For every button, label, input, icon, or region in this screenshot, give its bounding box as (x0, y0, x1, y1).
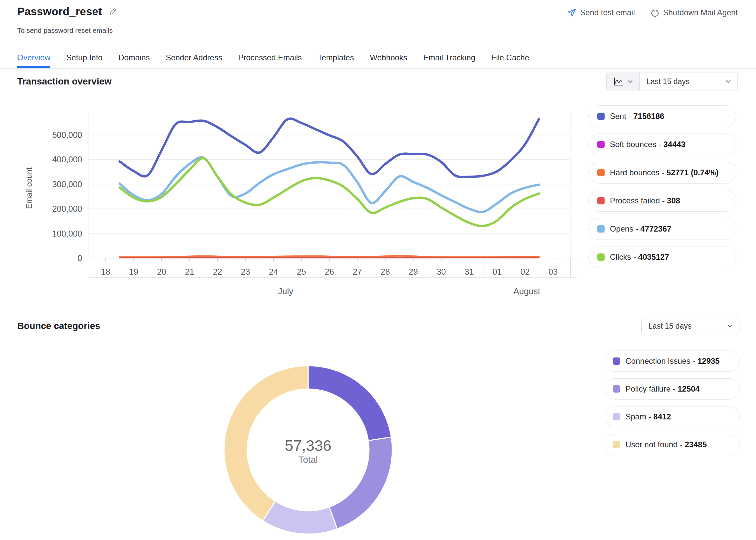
legend-item-policy-failure[interactable]: Policy failure - 12504 (605, 378, 740, 400)
tabs-divider (0, 68, 756, 69)
user-not-found-swatch (613, 441, 620, 448)
legend-item-soft-bounces[interactable]: Soft bounces - 34443 (588, 134, 736, 155)
process-failed-swatch (597, 197, 605, 204)
svg-text:400,000: 400,000 (52, 155, 82, 164)
tab-domains[interactable]: Domains (118, 53, 150, 68)
legend-item-sent[interactable]: Sent - 7156186 (588, 105, 736, 127)
svg-text:100,000: 100,000 (52, 229, 82, 238)
svg-text:01: 01 (493, 267, 502, 276)
transaction-chart-controls: Last 15 days (606, 72, 738, 90)
svg-text:200,000: 200,000 (52, 204, 82, 213)
svg-text:18: 18 (101, 267, 110, 276)
chevron-down-icon (727, 324, 732, 328)
tab-processed-emails[interactable]: Processed Emails (238, 53, 302, 68)
legend-label: Sent - 7156186 (610, 112, 664, 121)
legend-label: Opens - 4772367 (610, 224, 671, 233)
legend-label: Connection issues - 12935 (625, 356, 719, 366)
page-header: Password_reset (17, 5, 117, 18)
x-axis-labels: 1819202122232425262728293031010203 (101, 267, 558, 276)
legend-label: Soft bounces - 34443 (610, 140, 686, 149)
policy-failure-swatch (613, 385, 620, 393)
svg-text:31: 31 (464, 267, 474, 276)
spam-swatch (613, 413, 620, 420)
legend-item-hard-bounces[interactable]: Hard bounces - 52771 (0.74%) (588, 162, 736, 184)
svg-text:21: 21 (185, 267, 194, 276)
tab-email-tracking[interactable]: Email Tracking (423, 53, 475, 68)
legend-label: Policy failure - 12504 (625, 384, 700, 394)
chart-type-select[interactable] (607, 73, 640, 90)
chart-series (120, 119, 539, 258)
page-title: Password_reset (17, 5, 102, 18)
svg-text:23: 23 (241, 267, 250, 276)
bounce-total-value: 57,336 (258, 437, 358, 455)
shutdown-mail-agent-label: Shutdown Mail Agent (663, 8, 738, 17)
svg-text:500,000: 500,000 (52, 130, 82, 139)
svg-text:22: 22 (213, 267, 222, 276)
legend-item-process-failed[interactable]: Process failed - 308 (588, 190, 736, 212)
tab-setup-info[interactable]: Setup Info (66, 53, 102, 68)
tab-overview[interactable]: Overview (17, 53, 50, 68)
legend-label: Hard bounces - 52771 (0.74%) (610, 168, 718, 177)
legend-item-clicks[interactable]: Clicks - 4035127 (588, 246, 736, 268)
bounce-total-label: Total (258, 455, 358, 465)
donut-segment-spam (263, 501, 337, 534)
soft-bounces-swatch (597, 141, 605, 148)
tab-templates[interactable]: Templates (318, 53, 354, 68)
tab-sender-address[interactable]: Sender Address (166, 53, 222, 68)
clicks-swatch (597, 253, 605, 261)
connection-issues-swatch (613, 357, 620, 365)
chevron-down-icon (725, 80, 731, 83)
y-axis-labels: 0100,000200,000300,000400,000500,000 (52, 130, 82, 263)
legend-label: User not found - 23485 (625, 440, 707, 449)
chevron-down-icon (627, 80, 633, 83)
svg-text:27: 27 (353, 267, 362, 276)
series-opens (120, 157, 539, 212)
svg-text:July: July (278, 286, 293, 296)
header-actions: Send test email Shutdown Mail Agent (567, 8, 738, 17)
svg-text:300,000: 300,000 (52, 180, 82, 189)
svg-text:28: 28 (381, 267, 390, 276)
transaction-range-select[interactable]: Last 15 days (640, 73, 737, 90)
x-ticks (106, 258, 553, 261)
svg-text:02: 02 (520, 267, 530, 276)
paper-plane-icon (567, 8, 576, 17)
line-chart-type-icon (613, 77, 624, 86)
tab-bar: OverviewSetup InfoDomainsSender AddressP… (17, 53, 529, 68)
transaction-range-value: Last 15 days (646, 77, 690, 86)
opens-swatch (597, 225, 605, 232)
svg-text:25: 25 (297, 267, 306, 276)
bounce-range-select[interactable]: Last 15 days (641, 317, 739, 335)
series-hard-bounces (120, 256, 539, 257)
svg-text:August: August (514, 286, 541, 296)
legend-item-opens[interactable]: Opens - 4772367 (588, 218, 736, 240)
svg-text:30: 30 (437, 267, 446, 276)
svg-text:19: 19 (129, 267, 138, 276)
svg-text:29: 29 (409, 267, 418, 276)
pencil-icon (109, 7, 117, 16)
mail-agent-overview-page: Password_reset Send test email Shutdown … (0, 0, 756, 540)
legend-label: Clicks - 4035127 (610, 252, 669, 262)
legend-label: Process failed - 308 (610, 196, 680, 205)
transaction-overview-title: Transaction overview (17, 76, 112, 87)
y-axis-title: Email count (25, 167, 34, 209)
svg-text:0: 0 (77, 253, 82, 263)
shutdown-mail-agent-button[interactable]: Shutdown Mail Agent (650, 8, 738, 17)
send-test-email-label: Send test email (580, 8, 635, 17)
send-test-email-button[interactable]: Send test email (567, 8, 635, 17)
transaction-line-chart: 0100,000200,000300,000400,000500,000Emai… (0, 99, 590, 305)
tab-file-cache[interactable]: File Cache (491, 53, 529, 68)
tab-webhooks[interactable]: Webhooks (370, 53, 407, 68)
edit-title-button[interactable] (109, 7, 117, 16)
legend-item-user-not-found[interactable]: User not found - 23485 (605, 434, 740, 455)
svg-text:26: 26 (325, 267, 334, 276)
legend-item-spam[interactable]: Spam - 8412 (605, 406, 740, 427)
legend-label: Spam - 8412 (625, 412, 671, 421)
power-icon (650, 8, 660, 17)
svg-text:03: 03 (548, 267, 558, 276)
hard-bounces-swatch (597, 169, 605, 176)
svg-text:24: 24 (269, 267, 278, 276)
legend-item-connection-issues[interactable]: Connection issues - 12935 (605, 350, 740, 372)
month-labels: JulyAugust (278, 286, 540, 296)
page-subtitle: To send password reset emails (17, 27, 113, 35)
bounce-range-value: Last 15 days (648, 322, 692, 331)
